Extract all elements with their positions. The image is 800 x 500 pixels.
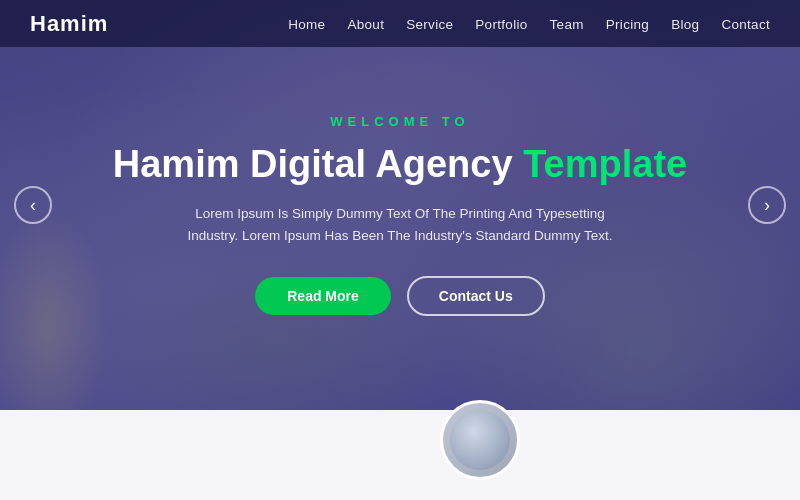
- nav-links: Home About Service Portfolio Team Pricin…: [288, 15, 770, 33]
- right-arrow-icon: ›: [764, 195, 770, 216]
- nav-link-blog[interactable]: Blog: [671, 17, 699, 32]
- site-logo[interactable]: Hamim: [30, 11, 108, 37]
- nav-link-pricing[interactable]: Pricing: [606, 17, 649, 32]
- contact-us-button[interactable]: Contact Us: [407, 276, 545, 316]
- nav-link-home[interactable]: Home: [288, 17, 325, 32]
- read-more-button[interactable]: Read More: [255, 277, 391, 315]
- nav-item-team[interactable]: Team: [550, 15, 584, 33]
- hero-title-main: Hamim Digital Agency: [113, 143, 513, 185]
- hero-content: WELCOME TO Hamim Digital Agency Template…: [113, 94, 687, 315]
- nav-item-home[interactable]: Home: [288, 15, 325, 33]
- hero-subtitle: Lorem Ipsum Is Simply Dummy Text Of The …: [185, 203, 615, 248]
- hero-title: Hamim Digital Agency Template: [113, 143, 687, 187]
- nav-link-contact[interactable]: Contact: [721, 17, 770, 32]
- hero-buttons: Read More Contact Us: [113, 276, 687, 316]
- hero-section: ‹ WELCOME TO Hamim Digital Agency Templa…: [0, 0, 800, 410]
- left-arrow-icon: ‹: [30, 195, 36, 216]
- nav-link-portfolio[interactable]: Portfolio: [475, 17, 527, 32]
- nav-item-contact[interactable]: Contact: [721, 15, 770, 33]
- prev-slide-button[interactable]: ‹: [14, 186, 52, 224]
- navbar: Hamim Home About Service Portfolio Team …: [0, 0, 800, 47]
- next-slide-button[interactable]: ›: [748, 186, 786, 224]
- nav-item-blog[interactable]: Blog: [671, 15, 699, 33]
- bottom-section: [0, 410, 800, 500]
- nav-item-pricing[interactable]: Pricing: [606, 15, 649, 33]
- nav-link-team[interactable]: Team: [550, 17, 584, 32]
- hero-welcome-text: WELCOME TO: [113, 114, 687, 129]
- nav-link-service[interactable]: Service: [406, 17, 453, 32]
- nav-item-service[interactable]: Service: [406, 15, 453, 33]
- bottom-circle-image: [440, 400, 520, 480]
- nav-item-about[interactable]: About: [347, 15, 384, 33]
- nav-link-about[interactable]: About: [347, 17, 384, 32]
- hero-title-template: Template: [523, 143, 687, 185]
- nav-item-portfolio[interactable]: Portfolio: [475, 15, 527, 33]
